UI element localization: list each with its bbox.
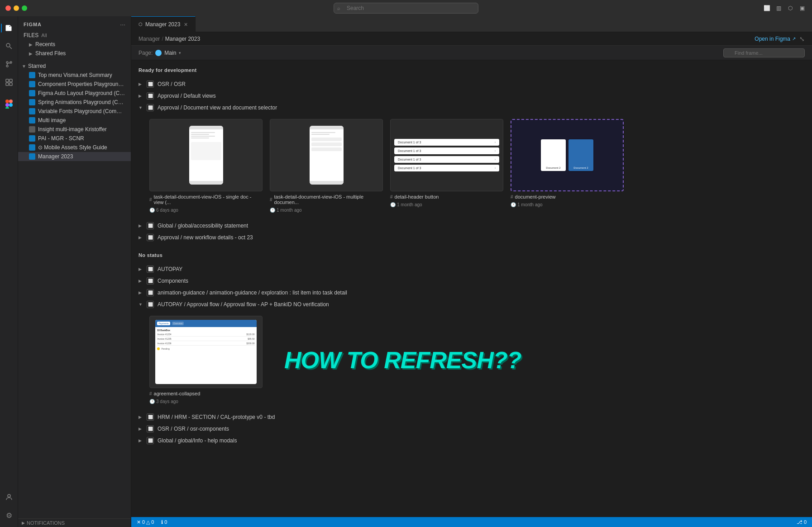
shared-files-label: Shared Files bbox=[35, 50, 125, 57]
group-global-info[interactable]: ▶ ⬜ Global / global/Info - help modals bbox=[139, 435, 805, 446]
group-global-accessibility[interactable]: ▶ ⬜ Global / global/accessibility statem… bbox=[139, 220, 805, 232]
extensions-icon[interactable] bbox=[1, 74, 17, 90]
spring-animations-file-icon bbox=[29, 99, 35, 105]
ready-section-title: Ready for development bbox=[139, 67, 805, 73]
sidebar-menu-button[interactable]: ··· bbox=[120, 21, 125, 28]
frame-card-single-doc[interactable]: # task-detail-document-view-iOS - single… bbox=[149, 119, 263, 213]
status-source-control[interactable]: ⎇ 0 bbox=[795, 518, 808, 526]
sidebar-item-top-menu[interactable]: Top menu Visma.net Summary bbox=[18, 71, 131, 80]
frame-thumbnail-single-doc[interactable] bbox=[149, 119, 263, 191]
starred-header[interactable]: ▼ Starred bbox=[18, 62, 131, 71]
open-in-figma-button[interactable]: Open in Figma ↗ bbox=[755, 36, 796, 42]
group-autopay-approval[interactable]: ▼ ⬜ AUTOPAY / Approval flow / Approval f… bbox=[139, 299, 805, 310]
autopay-chevron-icon: ▶ bbox=[139, 267, 143, 271]
autopay-approval-label: AUTOPAY / Approval flow / Approval flow … bbox=[158, 301, 329, 308]
frame-thumbnail-doc-preview[interactable]: Document 2 Document 2 bbox=[511, 119, 624, 191]
group-approval-default[interactable]: ▶ ⬜ Approval / Default views bbox=[139, 90, 805, 102]
sidebar-item-insight-multi-image[interactable]: Insight multi-image Kristoffer bbox=[18, 125, 131, 134]
hrm-group-icon: ⬜ bbox=[147, 413, 154, 421]
recents-label: Recents bbox=[35, 41, 125, 47]
sidebar-item-figma-auto-layout[interactable]: Figma Auto Layout Playground (Com... bbox=[18, 89, 131, 98]
titlebar-search-input[interactable] bbox=[334, 3, 478, 14]
sidebar-item-multi-image[interactable]: Multi image bbox=[18, 116, 131, 125]
phone-footer bbox=[189, 181, 223, 185]
source-control-icon[interactable] bbox=[1, 56, 17, 72]
page-selector[interactable]: Page: Main ▾ bbox=[139, 50, 181, 56]
page-color-dot bbox=[155, 50, 162, 56]
recents-chevron-icon: ▶ bbox=[29, 42, 33, 47]
expand-icon[interactable]: ⤡ bbox=[799, 35, 805, 43]
hrm-chevron-icon: ▶ bbox=[139, 415, 143, 419]
breadcrumb-actions: Open in Figma ↗ ⤡ bbox=[755, 35, 805, 43]
group-approval-document[interactable]: ▼ ⬜ Approval / Document view and documen… bbox=[139, 102, 805, 114]
explorer-icon[interactable] bbox=[1, 20, 17, 36]
top-menu-file-icon bbox=[29, 72, 35, 78]
source-control-icon: ⎇ bbox=[797, 519, 802, 525]
group-autopay[interactable]: ▶ ⬜ AUTOPAY bbox=[139, 263, 805, 275]
figma-icon[interactable] bbox=[1, 96, 17, 112]
frame-thumbnail-agreement[interactable]: Payments Overview $3 BankBox Invoice #12… bbox=[149, 316, 263, 388]
group-osr-osr[interactable]: ▶ ⬜ OSR / OSR bbox=[139, 78, 805, 90]
frame-card-agreement[interactable]: Payments Overview $3 BankBox Invoice #12… bbox=[149, 316, 263, 404]
frame-card-doc-selector[interactable]: Document 1 of 3 › Document 1 of 3 › Docu… bbox=[390, 119, 503, 213]
frame-name-label-2: task-detail-document-view-iOS - multiple… bbox=[274, 194, 383, 205]
group-animation-guidance[interactable]: ▶ ⬜ animation-guidance / animation-guida… bbox=[139, 287, 805, 299]
starred-label: Starred bbox=[28, 63, 46, 69]
notifications-toggle[interactable]: ▶ NOTIFICATIONS bbox=[18, 519, 131, 527]
titlebar-search-wrapper: ⌕ bbox=[334, 3, 478, 14]
doc-card-blue: Document 2 bbox=[568, 139, 593, 171]
close-button[interactable] bbox=[5, 5, 11, 11]
sidebar-item-shared-files[interactable]: ▶ Shared Files bbox=[18, 49, 131, 58]
group-hrm[interactable]: ▶ ⬜ HRM / HRM - SECTION / CAL-prototype … bbox=[139, 411, 805, 423]
search-icon[interactable] bbox=[1, 38, 17, 54]
sidebar-item-pai-mgr[interactable]: PAI - MGR - SCNR bbox=[18, 134, 131, 143]
mobile-assets-label: ⊙ Mobile Assets Style Guide bbox=[38, 144, 125, 151]
sidebar-item-recents[interactable]: ▶ Recents bbox=[18, 40, 131, 49]
sidebar-toggle-icon[interactable]: ⬜ bbox=[762, 4, 771, 13]
osr-osr-group-icon: ⬜ bbox=[147, 81, 154, 88]
no-status-section-title: No status bbox=[139, 252, 805, 258]
settings-icon[interactable]: ⚙ bbox=[1, 507, 17, 523]
group-components[interactable]: ▶ ⬜ Components bbox=[139, 275, 805, 287]
clock-icon-agreement: 🕐 bbox=[149, 399, 155, 404]
frame-thumbnail-multi-doc[interactable] bbox=[270, 119, 383, 191]
frame-thumbnail-doc-selector[interactable]: Document 1 of 3 › Document 1 of 3 › Docu… bbox=[390, 119, 503, 191]
frame-card-multi-doc[interactable]: # task-detail-document-view-iOS - multip… bbox=[270, 119, 383, 213]
payment-header: Payments Overview bbox=[155, 320, 256, 327]
component-properties-file-icon bbox=[29, 81, 35, 87]
phone-doc-area bbox=[191, 142, 221, 160]
account-icon[interactable] bbox=[1, 489, 17, 505]
sidebar-item-component-properties[interactable]: Component Properties Playground (... bbox=[18, 80, 131, 89]
osr-components-chevron-icon: ▶ bbox=[139, 427, 143, 431]
panel-icon[interactable]: ▣ bbox=[798, 4, 807, 13]
breadcrumb-parent[interactable]: Manager bbox=[139, 36, 160, 42]
sidebar-item-variable-fonts[interactable]: Variable Fonts Playground (Commun... bbox=[18, 107, 131, 116]
tab-manager-2023[interactable]: ⬡ Manager 2023 × bbox=[131, 16, 196, 32]
group-osr-components[interactable]: ▶ ⬜ OSR / OSR / osr-components bbox=[139, 423, 805, 435]
group-approval-workflow[interactable]: ▶ ⬜ Approval / new workflow details - oc… bbox=[139, 232, 805, 243]
agreement-name-label: agreement-collapsed bbox=[154, 391, 201, 396]
insight-file-icon bbox=[29, 126, 35, 133]
status-info[interactable]: ℹ 0 bbox=[159, 518, 169, 526]
hrm-label: HRM / HRM - SECTION / CAL-prototype v0 -… bbox=[158, 414, 275, 420]
autopay-label: AUTOPAY bbox=[158, 266, 182, 272]
status-errors[interactable]: ✕ 0 △ 0 bbox=[135, 518, 156, 526]
find-frame-input[interactable] bbox=[723, 48, 805, 57]
global-accessibility-chevron-icon: ▶ bbox=[139, 223, 143, 228]
sidebar-item-mobile-assets[interactable]: ⊙ Mobile Assets Style Guide bbox=[18, 143, 131, 152]
sidebar-item-spring-animations[interactable]: Spring Animations Playground (Com... bbox=[18, 98, 131, 107]
frame-card-doc-preview[interactable]: Document 2 Document 2 # document-preview… bbox=[511, 119, 624, 213]
maximize-button[interactable] bbox=[22, 5, 27, 11]
layout-icon[interactable]: ▥ bbox=[774, 4, 783, 13]
tab-label: Manager 2023 bbox=[145, 21, 180, 28]
manager-2023-label: Manager 2023 bbox=[38, 153, 125, 160]
sidebar-item-manager-2023[interactable]: Manager 2023 bbox=[18, 152, 131, 161]
svg-point-0 bbox=[6, 43, 10, 47]
global-info-chevron-icon: ▶ bbox=[139, 438, 143, 443]
split-icon[interactable]: ⬡ bbox=[786, 4, 795, 13]
animation-guidance-group-icon: ⬜ bbox=[147, 289, 154, 296]
tab-close-icon[interactable]: × bbox=[184, 21, 187, 28]
minimize-button[interactable] bbox=[14, 5, 19, 11]
doc-selector-item-4: Document 1 of 3 › bbox=[394, 165, 499, 171]
multi-phone-content bbox=[310, 129, 344, 181]
